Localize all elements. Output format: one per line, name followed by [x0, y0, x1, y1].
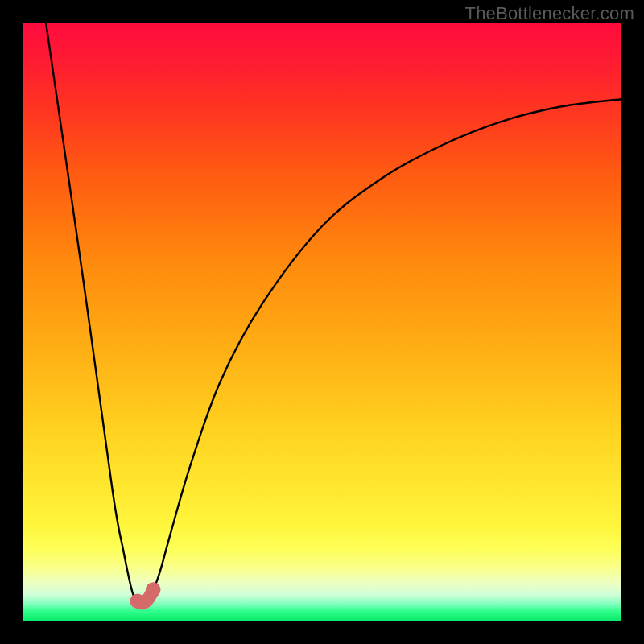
- chart-svg: [23, 23, 621, 621]
- bottleneck-curve: [46, 23, 621, 602]
- plot-area: [23, 23, 621, 621]
- chart-frame: TheBottlenecker.com: [0, 0, 644, 644]
- watermark: TheBottlenecker.com: [465, 3, 634, 24]
- notch-right-marker: [146, 582, 161, 597]
- notch-left-marker: [130, 593, 146, 609]
